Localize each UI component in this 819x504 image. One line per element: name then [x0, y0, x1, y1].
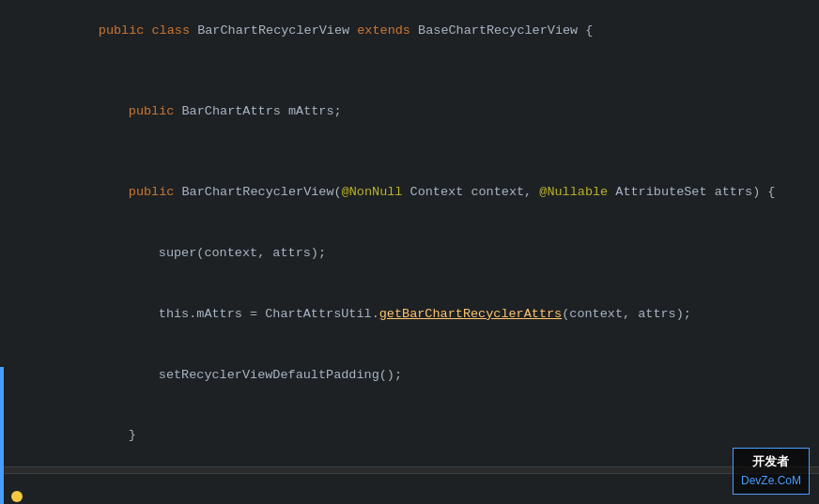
code-line-10 [0, 474, 819, 495]
line-code-2 [38, 61, 819, 82]
code-section-2: private void setRecyclerViewDefaultPaddi… [0, 474, 819, 504]
line-code-11: private void setRecyclerViewDefaultPaddi… [38, 494, 819, 504]
code-editor: public class BarChartRecyclerView extend… [0, 0, 819, 504]
line-code-6: super(context, attrs); [38, 223, 819, 284]
code-line-3: public BarChartAttrs mAttrs; [0, 81, 819, 142]
line-code-10 [38, 474, 819, 495]
code-line-4 [0, 142, 819, 162]
watermark-bottom-text: DevZe.CoM [741, 472, 801, 490]
keyword-public-class: public class [99, 23, 190, 38]
code-line-5: public BarChartRecyclerView(@NonNull Con… [0, 162, 819, 223]
code-line-11: private void setRecyclerViewDefaultPaddi… [0, 494, 819, 504]
line-code-7: this.mAttrs = ChartAttrsUtil.getBarChart… [38, 283, 819, 344]
line-code-1: public class BarChartRecyclerView extend… [38, 0, 819, 61]
line-code-8: setRecyclerViewDefaultPadding(); [38, 344, 819, 405]
code-line-8: setRecyclerViewDefaultPadding(); [0, 344, 819, 405]
scope-bar [0, 367, 4, 504]
code-line-1: public class BarChartRecyclerView extend… [0, 0, 819, 61]
section-divider [0, 466, 819, 474]
line-code-4 [38, 142, 819, 162]
code-line-7: this.mAttrs = ChartAttrsUtil.getBarChart… [0, 283, 819, 344]
code-line-6: super(context, attrs); [0, 223, 819, 284]
line-code-3: public BarChartAttrs mAttrs; [38, 81, 819, 142]
watermark: 开发者 DevZe.CoM [733, 448, 810, 495]
code-section-1: public class BarChartRecyclerView extend… [0, 0, 819, 466]
line-code-5: public BarChartRecyclerView(@NonNull Con… [38, 162, 819, 223]
watermark-top-text: 开发者 [741, 452, 801, 472]
code-line-2 [0, 61, 819, 82]
line-code-9: } [38, 405, 819, 466]
code-line-9: } [0, 405, 819, 466]
